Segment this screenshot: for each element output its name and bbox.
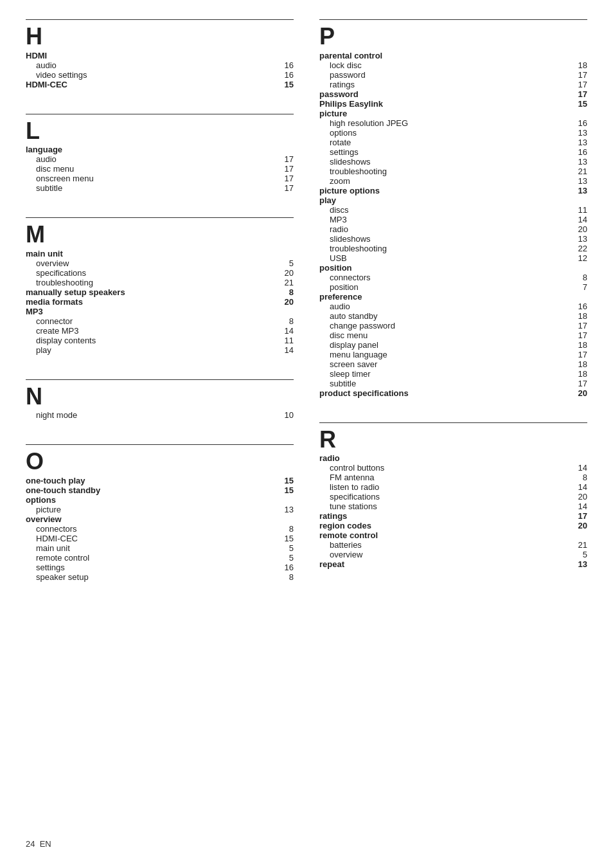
entry-label: repeat bbox=[319, 559, 572, 569]
entry-label: region codes bbox=[319, 521, 572, 530]
entry-page: 18 bbox=[572, 359, 587, 369]
entry-label: preference bbox=[319, 292, 587, 302]
index-section-m: Mmain unitoverview5specifications20troub… bbox=[26, 217, 294, 355]
index-entry-normal: subtitle17 bbox=[26, 183, 294, 193]
index-entry-normal: audio17 bbox=[26, 154, 294, 164]
index-entry-bold: product specifications20 bbox=[319, 388, 587, 398]
section-letter: P bbox=[319, 24, 587, 50]
entry-label: slideshows bbox=[330, 234, 572, 244]
index-section-n: Nnight mode10 bbox=[26, 379, 294, 420]
entry-label: specifications bbox=[36, 268, 278, 278]
entry-label: settings bbox=[330, 147, 572, 157]
entry-page: 20 bbox=[572, 521, 587, 530]
entry-label: play bbox=[36, 345, 278, 355]
entry-page: 14 bbox=[278, 345, 294, 355]
lang-label: EN bbox=[40, 839, 51, 849]
section-divider bbox=[26, 444, 294, 445]
entry-page: 13 bbox=[572, 234, 587, 244]
index-entry-bold: MP3 bbox=[26, 307, 294, 316]
entry-label: picture bbox=[319, 109, 587, 118]
entry-page: 8 bbox=[278, 572, 294, 582]
index-entry-normal: connectors8 bbox=[319, 273, 587, 282]
entry-page: 17 bbox=[572, 379, 587, 388]
index-entry-normal: ratings17 bbox=[319, 80, 587, 89]
index-entry-normal: picture13 bbox=[26, 505, 294, 514]
entry-page: 18 bbox=[572, 60, 587, 70]
entry-page: 20 bbox=[572, 224, 587, 234]
index-entry-normal: troubleshooting22 bbox=[319, 244, 587, 253]
index-entry-normal: create MP314 bbox=[26, 326, 294, 336]
entry-page: 14 bbox=[572, 215, 587, 224]
entry-page: 17 bbox=[572, 80, 587, 89]
index-section-l: Llanguageaudio17disc menu17onscreen menu… bbox=[26, 114, 294, 194]
entry-label: overview bbox=[26, 514, 294, 524]
entry-page: 5 bbox=[278, 553, 294, 563]
entry-label: main unit bbox=[26, 249, 294, 258]
entry-page: 20 bbox=[572, 492, 587, 502]
entry-label: remote control bbox=[36, 553, 278, 563]
index-entry-bold: manually setup speakers8 bbox=[26, 287, 294, 297]
index-entry-bold: parental control bbox=[319, 51, 587, 60]
index-entry-normal: subtitle17 bbox=[319, 379, 587, 388]
index-entry-bold: overview bbox=[26, 514, 294, 524]
entry-page: 5 bbox=[278, 258, 294, 268]
section-letter: L bbox=[26, 118, 294, 144]
index-entry-normal: position7 bbox=[319, 282, 587, 292]
index-entry-normal: lock disc18 bbox=[319, 60, 587, 70]
section-divider bbox=[26, 114, 294, 114]
entry-label: connector bbox=[36, 316, 278, 326]
index-entry-bold: HDMI bbox=[26, 51, 294, 60]
entry-label: password bbox=[330, 70, 572, 80]
entry-label: radio bbox=[330, 224, 572, 234]
entry-label: rotate bbox=[330, 138, 572, 147]
entry-label: play bbox=[319, 195, 587, 205]
section-letter: N bbox=[26, 384, 294, 410]
entry-page: 13 bbox=[572, 559, 587, 569]
entry-page: 15 bbox=[278, 485, 294, 495]
index-entry-bold: Philips Easylink15 bbox=[319, 99, 587, 109]
index-entry-bold: options bbox=[26, 495, 294, 505]
index-entry-normal: audio16 bbox=[26, 60, 294, 70]
index-entry-normal: slideshows13 bbox=[319, 157, 587, 167]
section-letter: M bbox=[26, 222, 294, 248]
entry-page: 11 bbox=[572, 205, 587, 215]
entry-label: connectors bbox=[330, 273, 572, 282]
entry-label: options bbox=[26, 495, 294, 505]
index-entry-bold: media formats20 bbox=[26, 297, 294, 307]
entry-page: 17 bbox=[572, 350, 587, 359]
index-entry-bold: radio bbox=[319, 453, 587, 463]
entry-page: 17 bbox=[278, 174, 294, 183]
entry-label: discs bbox=[330, 205, 572, 215]
entry-page: 14 bbox=[572, 463, 587, 473]
entry-label: FM antenna bbox=[330, 473, 572, 482]
entry-page: 15 bbox=[278, 80, 294, 89]
entry-label: radio bbox=[319, 453, 587, 463]
entry-page: 7 bbox=[572, 282, 587, 292]
index-entry-normal: batteries21 bbox=[319, 540, 587, 550]
entry-page: 17 bbox=[278, 183, 294, 193]
index-entry-normal: menu language17 bbox=[319, 350, 587, 359]
entry-page: 14 bbox=[572, 502, 587, 511]
entry-label: language bbox=[26, 145, 294, 154]
index-entry-normal: high resolution JPEG16 bbox=[319, 118, 587, 128]
index-entry-normal: sleep timer18 bbox=[319, 369, 587, 379]
entry-page: 17 bbox=[572, 70, 587, 80]
entry-label: change password bbox=[330, 321, 572, 330]
section-divider bbox=[319, 422, 587, 423]
index-entry-bold: language bbox=[26, 145, 294, 154]
entry-page: 18 bbox=[572, 369, 587, 379]
page-footer: 24 EN bbox=[26, 839, 51, 849]
entry-page: 16 bbox=[278, 563, 294, 572]
index-entry-bold: picture bbox=[319, 109, 587, 118]
entry-label: USB bbox=[330, 253, 572, 263]
entry-label: night mode bbox=[36, 410, 278, 420]
entry-label: media formats bbox=[26, 297, 278, 307]
section-divider bbox=[26, 217, 294, 218]
entry-label: position bbox=[319, 263, 587, 273]
entry-label: display panel bbox=[330, 340, 572, 350]
page-number: 24 bbox=[26, 839, 35, 849]
entry-page: 21 bbox=[572, 540, 587, 550]
entry-page: 18 bbox=[572, 311, 587, 321]
entry-label: disc menu bbox=[330, 330, 572, 340]
entry-label: subtitle bbox=[330, 379, 572, 388]
